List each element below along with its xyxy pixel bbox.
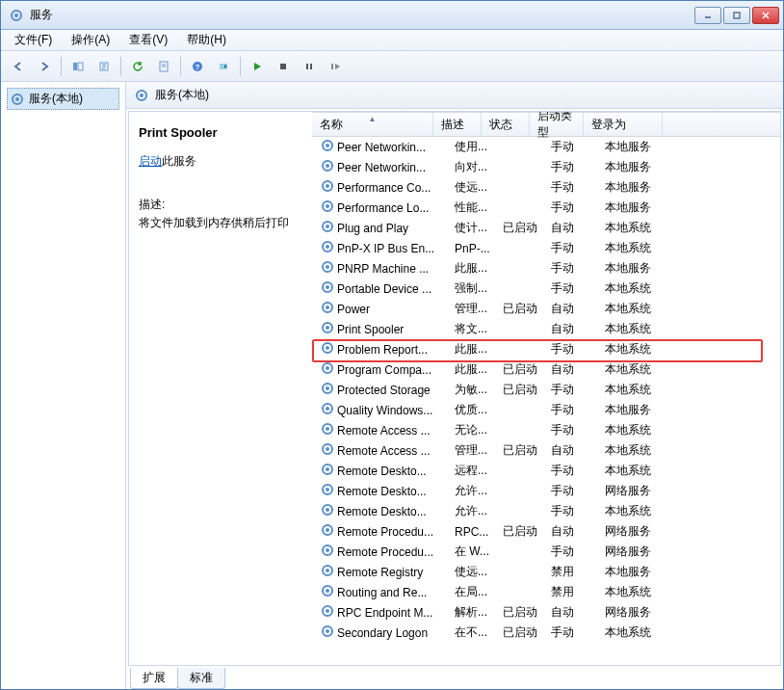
service-row[interactable]: PNRP Machine ...此服...手动本地服务 <box>312 258 780 279</box>
service-icon <box>316 462 333 480</box>
start-service-link[interactable]: 启动 <box>139 154 162 168</box>
service-row[interactable]: Remote Deskto...允许...手动本地系统 <box>312 501 780 521</box>
refresh-button[interactable] <box>126 55 149 78</box>
svc-name: PnP-X IP Bus En... <box>333 242 451 255</box>
svg-point-68 <box>326 589 329 593</box>
svc-name: Portable Device ... <box>333 282 451 296</box>
back-button[interactable] <box>7 55 30 78</box>
service-row[interactable]: Power管理...已启动自动本地系统 <box>312 299 780 319</box>
stop-service-button[interactable] <box>272 55 295 78</box>
svg-point-72 <box>326 629 329 633</box>
svc-logon: 网络服务 <box>601 483 680 499</box>
col-desc[interactable]: 描述 <box>433 113 482 136</box>
forward-button[interactable] <box>33 55 56 78</box>
service-row[interactable]: Remote Access ...无论...手动本地系统 <box>312 420 780 440</box>
service-icon <box>316 239 333 257</box>
service-row[interactable]: Remote Procedu...在 W...手动网络服务 <box>312 542 780 562</box>
svc-logon: 本地系统 <box>601 584 680 600</box>
service-row[interactable]: Quality Windows...优质...手动本地服务 <box>312 400 780 420</box>
svc-startup: 手动 <box>547 179 601 196</box>
svc-startup: 自动 <box>547 442 601 459</box>
tree-root[interactable]: 服务(本地) <box>7 88 119 110</box>
svc-startup: 手动 <box>547 280 601 297</box>
close-button[interactable] <box>752 7 779 24</box>
svg-point-66 <box>326 569 329 572</box>
service-row[interactable]: Plug and Play使计...已启动自动本地系统 <box>312 218 780 238</box>
service-icon <box>316 421 333 439</box>
service-row[interactable]: Remote Registry使远...禁用本地服务 <box>312 562 780 582</box>
service-row[interactable]: Routing and Re...在局...禁用本地系统 <box>312 582 780 602</box>
maximize-button[interactable] <box>723 7 750 24</box>
svc-logon: 本地服务 <box>601 199 680 216</box>
svg-rect-17 <box>310 64 312 69</box>
service-row[interactable]: Remote Deskto...远程...手动本地系统 <box>312 461 780 481</box>
console-tree: 服务(本地) <box>1 82 126 689</box>
svc-logon: 本地系统 <box>601 382 680 398</box>
menu-help[interactable]: 帮助(H) <box>179 30 234 50</box>
svc-desc: 性能... <box>451 199 499 216</box>
service-row[interactable]: Performance Co...使远...手动本地服务 <box>312 177 780 198</box>
svc-startup: 自动 <box>547 220 601 236</box>
svc-logon: 本地系统 <box>601 442 680 459</box>
svc-startup: 禁用 <box>547 564 601 580</box>
service-rows[interactable]: Peer Networkin...使用...手动本地服务Peer Network… <box>312 137 780 665</box>
export-button[interactable] <box>92 55 116 78</box>
show-hide-button[interactable] <box>66 55 90 78</box>
svc-name: RPC Endpoint M... <box>333 606 451 620</box>
service-row[interactable]: Program Compa...此服...已启动自动本地系统 <box>312 359 780 380</box>
col-name[interactable]: 名称▲ <box>312 113 433 136</box>
tab-standard[interactable]: 标准 <box>177 668 225 689</box>
service-row[interactable]: Remote Deskto...允许...手动网络服务 <box>312 481 780 501</box>
minimize-button[interactable] <box>694 7 721 24</box>
service-row[interactable]: PnP-X IP Bus En...PnP-...手动本地系统 <box>312 238 780 258</box>
svc-logon: 本地服务 <box>601 564 680 580</box>
start-link-suffix: 此服务 <box>162 154 196 168</box>
svg-point-64 <box>326 548 329 552</box>
service-row[interactable]: Print Spooler将文...自动本地系统 <box>312 319 780 339</box>
svc-startup: 自动 <box>547 604 601 621</box>
restart-service-button[interactable] <box>324 55 347 78</box>
svc-logon: 本地系统 <box>601 463 680 479</box>
svg-point-60 <box>326 508 329 512</box>
service-icon <box>316 441 333 460</box>
service-icon <box>316 583 333 601</box>
service-row[interactable]: Remote Procedu...RPC...已启动自动网络服务 <box>312 521 780 542</box>
svc-name: Performance Lo... <box>333 201 451 215</box>
svc-logon: 本地系统 <box>601 240 680 256</box>
svc-startup: 手动 <box>547 483 601 499</box>
start-service-button[interactable] <box>246 55 269 78</box>
svc-name: Power <box>333 303 451 316</box>
service-row[interactable]: Secondary Logon在不...已启动手动本地系统 <box>312 623 780 643</box>
col-status[interactable]: 状态 <box>482 113 530 136</box>
tab-extended[interactable]: 扩展 <box>130 668 178 689</box>
service-row[interactable]: Portable Device ...强制...手动本地系统 <box>312 279 780 299</box>
menu-file[interactable]: 文件(F) <box>7 30 60 50</box>
col-startup[interactable]: 启动类型 <box>530 113 584 136</box>
service-row[interactable]: RPC Endpoint M...解析...已启动自动网络服务 <box>312 602 780 623</box>
col-logon[interactable]: 登录为 <box>584 113 663 136</box>
svc-logon: 本地系统 <box>601 341 680 358</box>
help-button[interactable]: ? <box>186 55 209 78</box>
properties-button[interactable] <box>152 55 175 78</box>
service-row[interactable]: Problem Report...此服...手动本地系统 <box>312 339 780 359</box>
svc-desc: 在局... <box>451 584 499 600</box>
pause-service-button[interactable] <box>298 55 321 78</box>
action-button[interactable] <box>212 55 235 78</box>
menu-view[interactable]: 查看(V) <box>121 30 175 50</box>
svc-desc: 解析... <box>451 604 499 621</box>
svc-desc: 无论... <box>451 422 499 438</box>
svc-logon: 本地系统 <box>601 422 680 438</box>
svc-desc: RPC... <box>451 525 499 539</box>
svg-point-48 <box>326 386 329 390</box>
service-icon <box>316 158 333 176</box>
svc-desc: 向对... <box>451 159 499 175</box>
service-row[interactable]: Peer Networkin...向对...手动本地服务 <box>312 157 780 177</box>
svc-desc: 使计... <box>451 220 499 236</box>
service-row[interactable]: Protected Storage为敏...已启动手动本地系统 <box>312 380 780 400</box>
svc-name: Remote Deskto... <box>333 505 451 518</box>
services-icon <box>9 8 24 23</box>
menu-action[interactable]: 操作(A) <box>64 30 118 50</box>
service-row[interactable]: Remote Access ...管理...已启动自动本地系统 <box>312 440 780 461</box>
service-row[interactable]: Performance Lo...性能...手动本地服务 <box>312 198 780 218</box>
svg-rect-6 <box>73 63 77 70</box>
